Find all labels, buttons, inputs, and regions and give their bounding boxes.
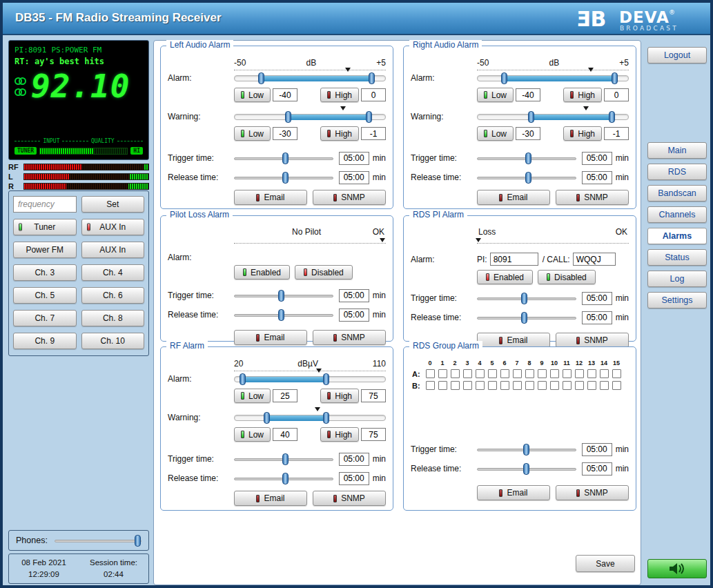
email-button[interactable]: Email <box>234 491 307 506</box>
warning-range-slider[interactable] <box>234 111 386 123</box>
slider-thumb[interactable] <box>282 453 289 465</box>
slider-thumb[interactable] <box>523 444 529 455</box>
warning-high-button[interactable]: High <box>320 427 359 442</box>
trigger-time-input[interactable] <box>339 289 369 302</box>
trigger-time-input[interactable] <box>582 292 612 305</box>
rds-group-checkbox[interactable] <box>488 381 497 390</box>
slider-low-thumb[interactable] <box>240 373 246 385</box>
preset-button-aux-in[interactable]: AUX In <box>81 219 145 235</box>
warning-range-slider[interactable] <box>234 412 386 424</box>
release-time-slider[interactable] <box>477 312 576 324</box>
rds-group-checkbox[interactable] <box>575 381 584 390</box>
email-button[interactable]: Email <box>477 190 550 205</box>
rds-group-checkbox[interactable] <box>438 369 447 378</box>
logout-button[interactable]: Logout <box>647 47 707 63</box>
email-button[interactable]: Email <box>234 330 307 345</box>
slider-high-thumb[interactable] <box>612 72 618 84</box>
slider-thumb[interactable] <box>282 473 289 484</box>
nav-item-log[interactable]: Log <box>647 271 707 287</box>
snmp-button[interactable]: SNMP <box>313 330 386 345</box>
trigger-time-input[interactable] <box>582 443 612 456</box>
slider-low-thumb[interactable] <box>258 72 264 84</box>
enabled-button[interactable]: Enabled <box>477 270 533 284</box>
release-time-input[interactable] <box>582 171 612 184</box>
slider-low-thumb[interactable] <box>264 412 270 424</box>
alarm-range-slider[interactable] <box>234 373 386 385</box>
warning-high-value-input[interactable] <box>604 127 629 140</box>
rds-group-checkbox[interactable] <box>463 381 472 390</box>
snmp-button[interactable]: SNMP <box>313 491 386 506</box>
rds-group-checkbox[interactable] <box>513 381 522 390</box>
alarm-low-value-input[interactable] <box>273 389 297 402</box>
trigger-time-input[interactable] <box>339 152 369 165</box>
preset-button-ch-9[interactable]: Ch. 9 <box>13 333 77 349</box>
preset-button-ch-8[interactable]: Ch. 8 <box>81 310 145 326</box>
warning-high-value-input[interactable] <box>361 127 386 140</box>
slider-thumb[interactable] <box>521 293 527 304</box>
rds-group-checkbox[interactable] <box>563 369 572 378</box>
save-button[interactable]: Save <box>576 555 635 572</box>
nav-item-settings[interactable]: Settings <box>647 292 707 308</box>
preset-button-power-fm[interactable]: Power FM <box>13 242 77 258</box>
warning-low-button[interactable]: Low <box>477 126 514 141</box>
preset-button-ch-4[interactable]: Ch. 4 <box>81 264 145 281</box>
slider-low-thumb[interactable] <box>528 111 534 123</box>
rds-group-checkbox[interactable] <box>575 369 584 378</box>
rds-group-checkbox[interactable] <box>587 381 596 390</box>
slider-low-thumb[interactable] <box>285 111 291 123</box>
alarm-low-button[interactable]: Low <box>234 389 271 403</box>
slider-thumb[interactable] <box>523 463 529 475</box>
warning-range-slider[interactable] <box>477 111 629 123</box>
warning-low-button[interactable]: Low <box>234 126 271 141</box>
rds-group-checkbox[interactable] <box>525 381 534 390</box>
preset-button-ch-5[interactable]: Ch. 5 <box>13 287 77 304</box>
rds-group-checkbox[interactable] <box>550 369 559 378</box>
slider-high-thumb[interactable] <box>323 412 329 424</box>
rds-group-checkbox[interactable] <box>538 381 547 390</box>
rds-group-checkbox[interactable] <box>612 381 621 390</box>
alarm-high-button[interactable]: High <box>320 88 359 102</box>
pi-input[interactable] <box>490 253 538 266</box>
alarm-high-button[interactable]: High <box>320 389 359 403</box>
warning-low-value-input[interactable] <box>273 127 297 140</box>
slider-high-thumb[interactable] <box>323 373 329 385</box>
nav-item-alarms[interactable]: Alarms <box>647 228 707 244</box>
rds-group-checkbox[interactable] <box>451 381 460 390</box>
alarm-high-value-input[interactable] <box>361 88 386 101</box>
nav-item-bandscan[interactable]: Bandscan <box>647 185 707 202</box>
slider-low-thumb[interactable] <box>501 72 507 84</box>
release-time-slider[interactable] <box>234 172 333 184</box>
warning-high-value-input[interactable] <box>361 428 386 441</box>
rds-group-checkbox[interactable] <box>426 381 435 390</box>
email-button[interactable]: Email <box>477 333 550 348</box>
rds-group-checkbox[interactable] <box>550 381 559 390</box>
alarm-low-value-input[interactable] <box>516 88 540 101</box>
preset-button-tuner[interactable]: Tuner <box>13 219 77 235</box>
slider-high-thumb[interactable] <box>366 111 372 123</box>
nav-item-main[interactable]: Main <box>647 142 707 159</box>
warning-low-value-input[interactable] <box>516 127 540 140</box>
rds-group-checkbox[interactable] <box>476 369 485 378</box>
warning-high-button[interactable]: High <box>320 126 359 141</box>
rds-group-checkbox[interactable] <box>451 369 460 378</box>
rds-group-checkbox[interactable] <box>426 369 435 378</box>
preset-button-ch-6[interactable]: Ch. 6 <box>81 287 145 304</box>
warning-low-value-input[interactable] <box>273 428 297 441</box>
slider-thumb[interactable] <box>525 172 531 184</box>
phones-volume-slider[interactable] <box>55 535 141 547</box>
trigger-time-input[interactable] <box>339 453 369 466</box>
audio-monitor-button[interactable] <box>647 559 707 578</box>
alarm-range-slider[interactable] <box>234 72 386 84</box>
warning-low-button[interactable]: Low <box>234 427 271 442</box>
rds-group-checkbox[interactable] <box>525 369 534 378</box>
email-button[interactable]: Email <box>234 190 307 205</box>
rds-group-checkbox[interactable] <box>563 381 572 390</box>
snmp-button[interactable]: SNMP <box>313 190 386 205</box>
rds-group-checkbox[interactable] <box>500 381 509 390</box>
slider-thumb[interactable] <box>282 172 289 184</box>
trigger-time-slider[interactable] <box>477 153 576 164</box>
release-time-slider[interactable] <box>477 172 576 184</box>
alarm-low-value-input[interactable] <box>273 88 297 101</box>
rds-group-checkbox[interactable] <box>587 369 596 378</box>
rds-group-checkbox[interactable] <box>488 369 497 378</box>
